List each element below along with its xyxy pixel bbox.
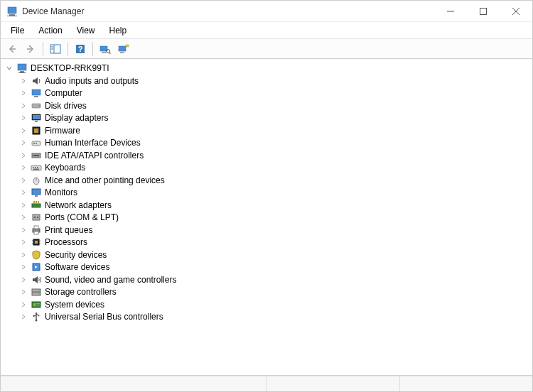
tree-root-label: DESKTOP-RRK99TI	[31, 63, 109, 73]
help-button[interactable]: ?	[72, 41, 89, 57]
menu-file[interactable]: File	[4, 23, 31, 38]
menu-help[interactable]: Help	[102, 23, 134, 38]
svg-rect-36	[33, 155, 39, 156]
tree-item[interactable]: Print queues	[4, 224, 532, 236]
tree-item[interactable]: Security devices	[4, 249, 532, 261]
maximize-button[interactable]	[467, 1, 500, 22]
statusbar	[1, 376, 532, 391]
svg-rect-1	[9, 14, 15, 16]
usb-icon	[31, 311, 42, 322]
svg-point-33	[33, 143, 35, 144]
svg-point-66	[38, 293, 40, 295]
tree-item[interactable]: Audio inputs and outputs	[4, 75, 532, 87]
hid-icon	[31, 137, 42, 148]
chevron-down-icon[interactable]	[5, 64, 14, 72]
tree-root-node[interactable]: DESKTOP-RRK99TI	[4, 62, 532, 75]
svg-rect-21	[20, 71, 24, 72]
status-cell	[1, 376, 266, 391]
chevron-right-icon[interactable]	[19, 188, 28, 197]
printer-icon	[31, 224, 42, 236]
svg-rect-31	[34, 129, 38, 133]
tree-item[interactable]: IDE ATA/ATAPI controllers	[4, 149, 532, 162]
chevron-right-icon[interactable]	[19, 151, 28, 160]
menu-view[interactable]: View	[70, 23, 102, 38]
titlebar: Device Manager	[1, 1, 532, 22]
tree-item[interactable]: Firmware	[4, 124, 532, 137]
menu-action[interactable]: Action	[31, 23, 69, 38]
tree-item[interactable]: Display adapters	[4, 112, 532, 125]
svg-rect-45	[35, 195, 38, 197]
close-button[interactable]	[500, 1, 532, 22]
tree-item[interactable]: Disk drives	[4, 99, 532, 112]
svg-rect-72	[33, 315, 35, 317]
svg-rect-44	[32, 189, 41, 195]
tree-item[interactable]: Computer	[4, 87, 532, 100]
tree-item-label: Firmware	[45, 126, 80, 136]
tree-item[interactable]: Keyboards	[4, 162, 532, 175]
device-tree[interactable]: DESKTOP-RRK99TI Audio inputs and outputs…	[1, 59, 532, 376]
tree-item-label: Mice and other pointing devices	[45, 175, 165, 185]
back-button[interactable]	[4, 41, 21, 57]
tree-item[interactable]: Network adapters	[4, 199, 532, 212]
chevron-right-icon[interactable]	[19, 263, 28, 271]
show-hide-tree-button[interactable]	[47, 41, 64, 57]
chevron-right-icon[interactable]	[19, 312, 28, 321]
chevron-right-icon[interactable]	[19, 77, 28, 85]
chevron-right-icon[interactable]	[19, 213, 28, 222]
system-icon	[31, 299, 42, 310]
chevron-right-icon[interactable]	[19, 276, 28, 284]
svg-rect-20	[18, 64, 26, 70]
tree-item-label: Display adapters	[45, 113, 108, 123]
svg-point-52	[37, 217, 38, 218]
tree-item[interactable]: Sound, video and game controllers	[4, 273, 532, 286]
tree-item[interactable]: Human Interface Devices	[4, 137, 532, 150]
network-icon	[31, 200, 42, 211]
svg-rect-50	[33, 214, 40, 220]
svg-rect-24	[34, 96, 38, 97]
storage-icon	[31, 286, 42, 298]
svg-rect-69	[36, 303, 40, 304]
tree-item[interactable]: System devices	[4, 298, 532, 311]
chevron-right-icon[interactable]	[19, 176, 28, 185]
tree-item-label: Audio inputs and outputs	[45, 76, 139, 86]
scan-hardware-button[interactable]	[97, 41, 114, 57]
sound-icon	[31, 274, 42, 285]
window-controls	[434, 1, 532, 22]
minimize-button[interactable]	[434, 1, 467, 22]
ide-icon	[31, 150, 42, 161]
keyboard-icon	[31, 162, 42, 173]
chevron-right-icon[interactable]	[19, 288, 28, 296]
svg-point-73	[38, 315, 40, 317]
chevron-right-icon[interactable]	[19, 163, 28, 172]
svg-rect-46	[32, 204, 41, 207]
chevron-right-icon[interactable]	[19, 201, 28, 209]
chevron-right-icon[interactable]	[19, 238, 28, 246]
svg-point-34	[36, 143, 37, 144]
chevron-right-icon[interactable]	[19, 126, 28, 135]
tree-item-label: Processors	[45, 237, 87, 247]
software-icon	[31, 261, 42, 273]
svg-rect-18	[120, 52, 124, 53]
window-title: Device Manager	[22, 6, 434, 16]
tree-item[interactable]: Processors	[4, 236, 532, 249]
svg-point-26	[38, 105, 40, 107]
tree-item[interactable]: Monitors	[4, 187, 532, 200]
chevron-right-icon[interactable]	[19, 138, 28, 147]
tree-item[interactable]: Ports (COM & LPT)	[4, 212, 532, 224]
tree-item[interactable]: Storage controllers	[4, 286, 532, 299]
forward-button[interactable]	[22, 41, 39, 57]
chevron-right-icon[interactable]	[19, 251, 28, 259]
tree-item[interactable]: Mice and other pointing devices	[4, 174, 532, 187]
add-legacy-hardware-button[interactable]	[115, 41, 132, 57]
chevron-right-icon[interactable]	[19, 89, 28, 97]
tree-item-label: Network adapters	[45, 200, 112, 210]
chevron-right-icon[interactable]	[19, 300, 28, 309]
chevron-right-icon[interactable]	[19, 226, 28, 234]
tree-item[interactable]: Universal Serial Bus controllers	[4, 311, 532, 324]
tree-item-label: Universal Serial Bus controllers	[45, 312, 163, 322]
chevron-right-icon[interactable]	[19, 114, 28, 122]
svg-rect-22	[18, 72, 26, 73]
chevron-right-icon[interactable]	[19, 102, 28, 110]
svg-rect-41	[33, 169, 39, 170]
tree-item[interactable]: Software devices	[4, 261, 532, 274]
